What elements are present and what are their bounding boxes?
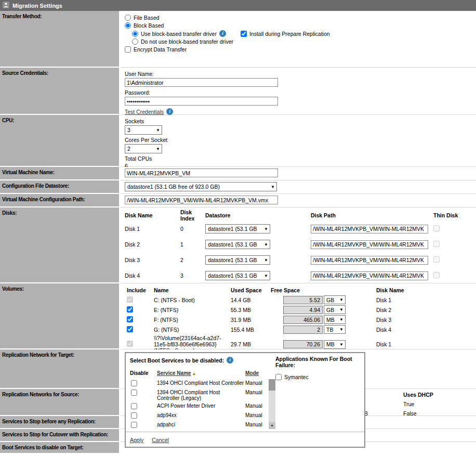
cpu-label: CPU: (0, 115, 121, 167)
section-disks: Disks: Disk Name Disk Index Datastore Di… (0, 207, 476, 283)
unit-dropdown[interactable]: TB▼ (324, 325, 346, 334)
volume-row: E: (NTFS) 55.3 MB GB▼ Disk 2 (125, 305, 472, 315)
use-driver-radio[interactable] (132, 31, 138, 37)
disk-index: 2 (180, 257, 205, 263)
vm-name-label: Virtual Machine Name: (0, 167, 121, 180)
scrollbar-thumb[interactable] (269, 379, 275, 391)
no-driver-radio[interactable] (132, 38, 138, 45)
datastore-dropdown[interactable]: datastore1 (53.1 GB▼ (205, 224, 270, 234)
disable-service-checkbox[interactable] (131, 390, 137, 396)
include-checkbox[interactable] (127, 316, 133, 322)
block-based-radio[interactable] (125, 22, 131, 29)
unit-dropdown[interactable]: MB▼ (324, 340, 346, 349)
service-name: 1394 OHCI Compliant Host Controller (157, 380, 245, 386)
titlebar: Migration Settings (0, 0, 476, 11)
boot-services-label: Boot Services to disable on Target: (0, 442, 121, 454)
include-checkbox[interactable] (127, 306, 133, 313)
use-driver-label: Use block-based transfer driver (141, 31, 217, 37)
uses-dhcp-header: Uses DHCP (403, 392, 433, 398)
file-based-radio[interactable] (125, 15, 131, 21)
services-header-row: Disable Service Name▲ Mode (130, 370, 276, 379)
datastore-dropdown[interactable]: datastore1 (53.1 GB▼ (205, 271, 270, 280)
free-space-input[interactable] (283, 326, 323, 334)
datastore-dropdown[interactable]: datastore1 (53.1 GB▼ (205, 255, 270, 265)
migration-settings-icon (3, 2, 9, 9)
unit-dropdown[interactable]: GB▼ (324, 295, 346, 304)
service-name: ACPI Power Meter Driver (157, 403, 245, 409)
disk-path-input[interactable] (311, 256, 428, 265)
chevron-down-icon: ▼ (262, 274, 270, 278)
free-space-input[interactable] (283, 340, 323, 348)
free-space-input[interactable] (283, 306, 323, 314)
source-credentials-label: Source Credentials: (0, 68, 121, 115)
password-input[interactable] (125, 97, 278, 106)
replication-source-label: Replication Networks for Source: (0, 389, 121, 416)
chevron-down-icon: ▼ (338, 307, 345, 312)
include-checkbox (127, 296, 133, 303)
encrypt-checkbox[interactable] (125, 46, 131, 53)
chevron-down-icon: ▼ (338, 317, 345, 322)
disks-header-path: Disk Path (311, 212, 428, 218)
service-mode: Manual (245, 380, 269, 386)
vm-name-input[interactable] (125, 168, 278, 177)
volumes-header-include: Include (125, 287, 154, 293)
disable-service-checkbox[interactable] (131, 412, 137, 419)
cancel-link[interactable]: Cancel (152, 437, 169, 443)
disks-header-index: Disk Index (180, 209, 205, 222)
install-prepare-checkbox[interactable] (241, 31, 247, 37)
volume-row: F: (NTFS) 31.9 MB MB▼ Disk 3 (125, 315, 472, 325)
disks-header-thin: Thin Disk (428, 212, 472, 218)
services-header-disable: Disable (130, 370, 157, 376)
volume-used-space: 31.9 MB (231, 317, 271, 323)
service-mode: Manual (245, 403, 269, 409)
disks-label: Disks: (0, 207, 121, 283)
disable-service-checkbox[interactable] (131, 422, 137, 428)
datastore-dropdown[interactable]: datastore1 (53.1 GB▼ (205, 240, 270, 249)
free-space-input[interactable] (283, 296, 323, 304)
disk-name: Disk 4 (125, 273, 180, 279)
disable-service-checkbox[interactable] (131, 403, 137, 409)
disk-path-input[interactable] (311, 225, 428, 234)
config-path-input[interactable] (125, 196, 278, 204)
volume-disk-name: Disk 3 (376, 317, 472, 323)
disk-row: Disk 2 1 datastore1 (53.1 GB▼ (125, 237, 472, 252)
services-cutover-label: Services to Stop for Cutover with Replic… (0, 429, 121, 442)
volume-name: E: (NTFS) (154, 307, 231, 313)
chevron-down-icon: ▼ (338, 342, 345, 347)
services-header-mode[interactable]: Mode (245, 370, 259, 376)
service-row: 1394 OHCI Compliant Host Controller (Leg… (130, 388, 269, 402)
config-datastore-dropdown[interactable]: datastore1 (53.1 GB free of 923.0 GB) ▼ (125, 182, 277, 191)
include-checkbox[interactable] (127, 326, 133, 332)
scroll-down-icon[interactable]: ▼ (269, 422, 275, 429)
sockets-dropdown[interactable]: 3 ▼ (125, 125, 162, 135)
cores-label: Cores Per Socket (125, 137, 472, 143)
disk-path-input[interactable] (311, 240, 428, 249)
service-mode: Manual (245, 422, 269, 427)
username-label: User Name: (125, 71, 472, 77)
section-vm-name: Virtual Machine Name: (0, 167, 476, 180)
disk-path-input[interactable] (311, 271, 428, 280)
service-row: ACPI Power Meter Driver Manual (130, 402, 269, 411)
unit-dropdown[interactable]: MB▼ (324, 315, 346, 324)
scrollbar[interactable]: ▼ (269, 379, 275, 429)
volumes-header-free: Free Space (271, 287, 376, 293)
volumes-header-used: Used Space (231, 287, 271, 293)
thin-disk-checkbox (433, 225, 440, 231)
chevron-down-icon: ▼ (262, 242, 270, 247)
services-header-service-name[interactable]: Service Name (157, 370, 191, 376)
volume-used-space: 29.7 MB (231, 341, 271, 347)
free-space-input[interactable] (283, 316, 323, 324)
username-input[interactable] (125, 78, 278, 87)
disk-row: Disk 1 0 datastore1 (53.1 GB▼ (125, 221, 472, 237)
test-credentials-link[interactable]: Test Credentials (125, 109, 164, 115)
disable-service-checkbox[interactable] (131, 380, 137, 386)
migration-settings-page: Migration Settings Transfer Method: File… (0, 0, 476, 454)
info-icon[interactable]: i (166, 108, 173, 115)
info-icon[interactable]: i (227, 357, 233, 364)
services-any-label: Services to Stop before any Replication: (0, 416, 121, 429)
info-icon[interactable]: i (219, 30, 226, 37)
disk-index: 1 (180, 241, 205, 248)
unit-dropdown[interactable]: GB▼ (324, 305, 346, 314)
cores-dropdown[interactable]: 2 ▼ (125, 144, 162, 153)
apply-link[interactable]: Apply (130, 437, 143, 443)
